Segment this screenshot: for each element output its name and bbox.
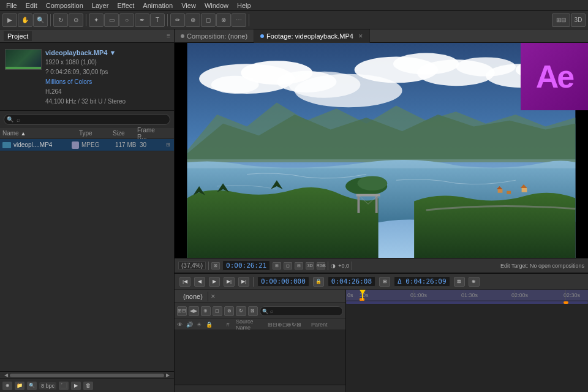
menu-effect[interactable]: Effect — [113, 1, 138, 10]
toolbar-sep-2 — [86, 14, 86, 26]
col-size-header[interactable]: Size — [113, 130, 137, 137]
search-icon[interactable]: 🔍 — [27, 382, 37, 390]
left-panel-scrollbar: ◀ ▶ — [0, 371, 174, 379]
video-thumbnail — [5, 49, 42, 70]
tool-brush[interactable]: ✏ — [170, 13, 185, 27]
timeline-playhead[interactable] — [362, 290, 363, 300]
scroll-left[interactable]: ◀ — [2, 372, 10, 379]
layer-tool-3[interactable]: ⊕ — [201, 306, 211, 316]
tool-snapping[interactable]: ⊞⊟ — [552, 13, 570, 27]
channel-icon[interactable]: RGB — [317, 262, 325, 270]
col-type-header[interactable]: Type — [79, 130, 113, 137]
grid-icon[interactable]: ⊟ — [295, 262, 303, 270]
out-point-display[interactable]: 0:04:26:08 — [328, 276, 375, 287]
tool-shape-rect[interactable]: ▭ — [104, 13, 119, 27]
bpc-display: 8 bpc — [39, 382, 56, 390]
go-start-btn[interactable]: |◀ — [179, 277, 190, 287]
folder-icon[interactable]: 📁 — [15, 382, 24, 390]
composition-tab[interactable]: Composition: (none) — [175, 29, 254, 43]
layer-tool-4[interactable]: ◻ — [213, 306, 222, 316]
tracks-area[interactable]: 0s 30s 01:00s 01:30s 02:00s 02:30s 03:00… — [346, 290, 588, 392]
time-lock-btn[interactable]: 🔒 — [313, 277, 324, 287]
exposure-icon[interactable]: ◑ — [331, 263, 336, 269]
flow-icon[interactable]: ⬛ — [59, 382, 69, 390]
fit-icon[interactable]: ⊠ — [211, 262, 220, 270]
play-btn[interactable]: ▶ — [209, 277, 220, 287]
menu-help[interactable]: Help — [233, 1, 255, 10]
comp-tab-label[interactable]: (none) — [178, 292, 208, 301]
scroll-right[interactable]: ▶ — [164, 372, 172, 379]
menu-view[interactable]: View — [178, 1, 200, 10]
footage-tab-dot — [260, 34, 264, 38]
menu-animation[interactable]: Animation — [139, 1, 176, 10]
toolbar-sep-3 — [167, 14, 168, 26]
file-row[interactable]: videopl....MP4 MPEG 117 MB 30 ⊞ — [0, 139, 174, 151]
set-btn[interactable]: ⊕ — [469, 277, 480, 287]
mask-icon[interactable]: ◻ — [284, 262, 292, 270]
exposure-value[interactable]: +0,0 — [338, 263, 349, 269]
current-time-display[interactable]: 0:00:00:000 — [257, 276, 309, 287]
name-col-header[interactable]: Source Name — [233, 318, 260, 331]
layer-tool-2[interactable]: ◀▶ — [189, 306, 198, 316]
playhead-marker — [360, 290, 366, 295]
timeline-ruler[interactable]: 0s 30s 01:00s 01:30s 02:00s 02:30s 03:00… — [346, 290, 588, 301]
vis-col-header: 👁 — [175, 322, 184, 328]
scroll-thumb[interactable] — [10, 374, 164, 377]
project-search-input[interactable] — [4, 114, 170, 125]
layer-search-input[interactable] — [260, 306, 343, 316]
duration-display[interactable]: Δ 0:04:26:09 — [394, 276, 450, 287]
tool-shape-ellipse[interactable]: ○ — [119, 13, 134, 27]
go-end-btn[interactable]: ▶| — [238, 277, 249, 287]
layer-tool-7[interactable]: ⊠ — [248, 306, 258, 316]
project-panel-close[interactable]: ≡ — [167, 32, 170, 39]
tool-camera[interactable]: ⊙ — [69, 13, 83, 27]
menu-file[interactable]: File — [2, 1, 21, 10]
tool-selection[interactable]: ▶ — [2, 13, 17, 27]
tool-clone[interactable]: ⊕ — [186, 13, 200, 27]
render-icon[interactable]: ▶ — [71, 382, 81, 390]
footage-tab-close[interactable]: ✕ — [358, 33, 363, 39]
timeline-scroll-bar[interactable] — [346, 301, 588, 304]
3d-icon[interactable]: 3D — [306, 262, 314, 270]
time-nav-btn[interactable]: ⊞ — [379, 277, 390, 287]
menu-composition[interactable]: Composition — [42, 1, 87, 10]
file-row-extra[interactable]: ⊞ — [164, 142, 172, 148]
snap-icon[interactable]: ⊞ — [273, 262, 281, 270]
tool-rotation[interactable]: ↻ — [53, 13, 68, 27]
menu-edit[interactable]: Edit — [22, 1, 41, 10]
layer-tool-6[interactable]: ↻ — [236, 306, 246, 316]
footage-tab[interactable]: Footage: videoplayback.MP4 ✕ — [254, 29, 370, 43]
menu-layer[interactable]: Layer — [88, 1, 113, 10]
tool-pen[interactable]: ✒ — [135, 13, 149, 27]
delete-icon[interactable]: 🗑 — [83, 382, 93, 390]
layer-tool-5[interactable]: ⊗ — [224, 306, 234, 316]
prev-frame-btn[interactable]: ◀ — [194, 277, 205, 287]
tool-eraser[interactable]: ◻ — [201, 13, 216, 27]
vb-sep-1 — [208, 262, 209, 270]
footage-tab-label: Footage: videoplayback.MP4 — [266, 32, 353, 40]
file-codec: H.264 — [45, 87, 126, 97]
col-name-header[interactable]: Name ▲ — [2, 130, 79, 137]
col-fr-header[interactable]: Frame R... — [137, 127, 162, 140]
viewer-timecode[interactable]: 0:00:26:21 — [222, 260, 270, 271]
tool-text[interactable]: T — [150, 13, 165, 27]
svg-rect-23 — [498, 189, 503, 193]
new-item-icon[interactable]: ⊕ — [2, 382, 12, 390]
tool-anchor[interactable]: ✦ — [89, 13, 104, 27]
zoom-level[interactable]: (37,4%) — [178, 261, 206, 270]
project-tab[interactable]: Project — [4, 31, 32, 41]
menu-window[interactable]: Window — [201, 1, 232, 10]
tool-3d[interactable]: 3D — [571, 13, 586, 27]
tool-zoom[interactable]: 🔍 — [33, 13, 48, 27]
tool-roto[interactable]: ⊗ — [216, 13, 231, 27]
layer-panel-bottom — [175, 385, 345, 392]
file-size-cell: 117 MB — [115, 141, 140, 148]
file-color[interactable]: Millions of Colors — [45, 77, 126, 87]
next-frame-btn[interactable]: ▶| — [224, 277, 235, 287]
switch-col-header: ⊞⊟⊕◻⊗↻⊠ — [260, 322, 309, 328]
tool-hand[interactable]: ✋ — [18, 13, 32, 27]
tool-puppet[interactable]: ⋯ — [232, 13, 246, 27]
layer-tool-1[interactable]: ⊞⊟ — [177, 306, 187, 316]
toggle-btn[interactable]: ⊠ — [454, 277, 465, 287]
comp-tab-close[interactable]: ✕ — [211, 293, 216, 300]
